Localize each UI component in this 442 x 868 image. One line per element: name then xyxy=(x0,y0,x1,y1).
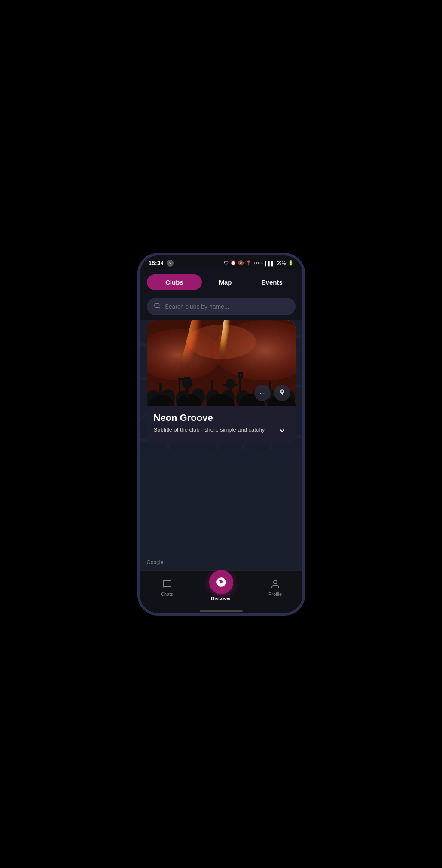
svg-rect-74 xyxy=(231,384,238,386)
tab-map[interactable]: Map xyxy=(202,274,249,290)
chats-label: Chats xyxy=(161,592,173,597)
svg-point-37 xyxy=(155,303,159,308)
map-dark: Google xyxy=(140,450,302,570)
nav-item-discover[interactable]: Discover xyxy=(194,574,248,601)
tab-events[interactable]: Events xyxy=(249,274,296,290)
signal-icon: ▌▌▌ xyxy=(265,261,274,266)
phone-screen: 15:34 2 🛡 ⏰ 🔕 📍 LTE+ ▌▌▌ 59% 🔋 xyxy=(140,255,302,613)
mute-icon: 🔕 xyxy=(238,260,244,266)
pin-icon xyxy=(279,389,286,397)
discover-pill xyxy=(209,570,233,594)
expand-button[interactable] xyxy=(276,426,289,438)
chevron-down-icon xyxy=(278,428,286,436)
nav-item-chats[interactable]: Chats xyxy=(140,579,194,597)
tab-clubs[interactable]: Clubs xyxy=(147,274,202,290)
club-subtitle: Subtitle of the club - short, simple and… xyxy=(154,426,272,434)
svg-point-69 xyxy=(182,377,192,389)
profile-label: Profile xyxy=(268,592,282,597)
svg-rect-72 xyxy=(229,389,232,397)
home-bar xyxy=(200,610,243,612)
club-name: Neon Groove xyxy=(154,412,289,423)
svg-rect-58 xyxy=(211,380,213,397)
lte-icon: LTE+ xyxy=(253,261,263,265)
nav-item-profile[interactable]: Profile xyxy=(248,579,302,597)
status-icons: 🛡 ⏰ 🔕 📍 LTE+ ▌▌▌ 59% 🔋 xyxy=(224,260,293,266)
svg-rect-59 xyxy=(239,376,241,396)
svg-rect-73 xyxy=(223,384,229,386)
svg-point-76 xyxy=(274,580,277,584)
shield-icon: 🛡 xyxy=(224,261,229,266)
club-image: ··· xyxy=(147,320,296,406)
search-bar xyxy=(147,298,296,315)
location-icon: 📍 xyxy=(246,260,252,266)
club-card: ··· xyxy=(147,320,296,445)
club-subtitle-row: Subtitle of the club - short, simple and… xyxy=(154,426,289,438)
tabs-container: Clubs Map Events xyxy=(140,269,302,294)
location-button[interactable] xyxy=(274,385,290,401)
svg-rect-75 xyxy=(163,580,171,586)
card-action-buttons: ··· xyxy=(254,385,290,401)
discover-label: Discover xyxy=(211,596,231,601)
map-visible-area: Google xyxy=(140,450,302,570)
bottom-nav: Chats Discover Profile xyxy=(140,570,302,609)
profile-icon xyxy=(270,579,281,590)
status-time: 15:34 xyxy=(149,260,164,267)
main-content: Botanički Vrt PMF-a Trg Kralja Tomislava… xyxy=(140,269,302,570)
svg-rect-63 xyxy=(241,374,243,378)
status-bar: 15:34 2 🛡 ⏰ 🔕 📍 LTE+ ▌▌▌ 59% 🔋 xyxy=(140,255,302,269)
svg-rect-62 xyxy=(238,374,240,378)
battery-icon: 🔋 xyxy=(288,260,294,266)
chats-icon xyxy=(162,579,173,590)
search-container xyxy=(140,294,302,320)
svg-rect-70 xyxy=(185,389,189,397)
notification-badge: 2 xyxy=(167,260,174,267)
search-input[interactable] xyxy=(165,303,289,310)
home-indicator xyxy=(140,609,302,613)
svg-rect-56 xyxy=(179,380,180,397)
alarm-icon: ⏰ xyxy=(230,260,236,266)
svg-rect-61 xyxy=(238,372,243,374)
search-icon xyxy=(154,302,161,311)
more-options-button[interactable]: ··· xyxy=(254,385,271,401)
club-info: Neon Groove Subtitle of the club - short… xyxy=(147,406,296,445)
battery-text: 59% xyxy=(276,261,286,266)
more-icon: ··· xyxy=(260,390,265,396)
phone-frame: 15:34 2 🛡 ⏰ 🔕 📍 LTE+ ▌▌▌ 59% 🔋 xyxy=(137,253,305,616)
content-overlay: Clubs Map Events xyxy=(140,269,302,570)
google-label: Google xyxy=(147,559,164,565)
